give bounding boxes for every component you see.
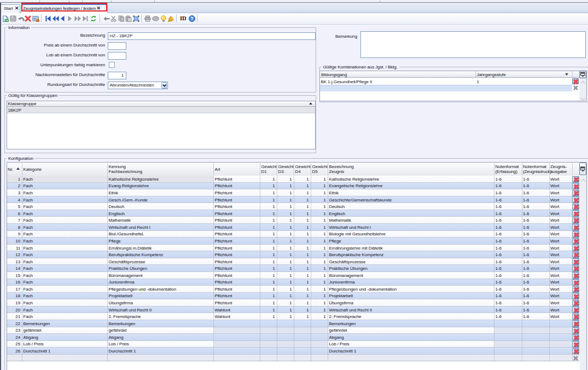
- svg-text:?: ?: [190, 16, 193, 21]
